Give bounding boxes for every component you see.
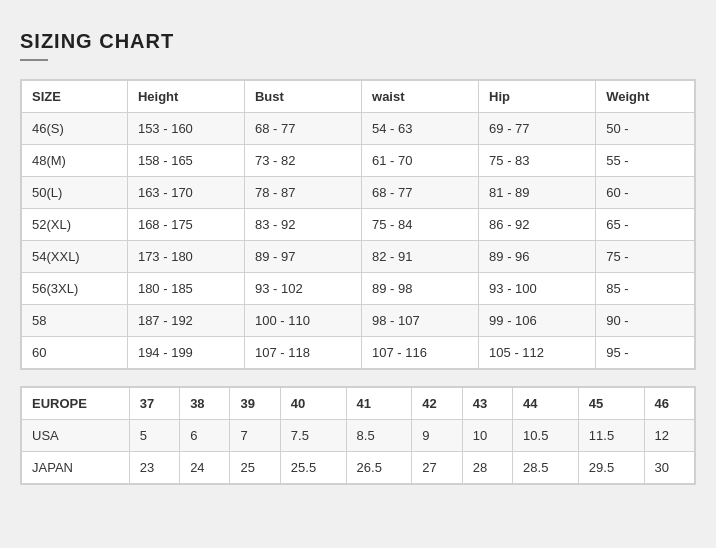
regional-table-header: 41 <box>346 388 412 420</box>
table-cell: 68 - 77 <box>244 113 361 145</box>
table-cell: 24 <box>180 452 230 484</box>
regional-table-header: 46 <box>644 388 694 420</box>
table-cell: 85 - <box>596 273 695 305</box>
table-cell: 55 - <box>596 145 695 177</box>
table-cell: 58 <box>22 305 128 337</box>
table-cell: 7.5 <box>280 420 346 452</box>
table-cell: 69 - 77 <box>479 113 596 145</box>
table-cell: 82 - 91 <box>362 241 479 273</box>
table-cell: 46(S) <box>22 113 128 145</box>
regional-table-header: 39 <box>230 388 280 420</box>
table-cell: 105 - 112 <box>479 337 596 369</box>
regional-table-header: 37 <box>129 388 179 420</box>
table-cell: 29.5 <box>578 452 644 484</box>
table-cell: 60 - <box>596 177 695 209</box>
table-cell: 48(M) <box>22 145 128 177</box>
table-cell: 6 <box>180 420 230 452</box>
table-row: 58187 - 192100 - 11098 - 10799 - 10690 - <box>22 305 695 337</box>
table-cell: 187 - 192 <box>127 305 244 337</box>
table-cell: 158 - 165 <box>127 145 244 177</box>
table-cell: 28 <box>462 452 512 484</box>
table-cell: 153 - 160 <box>127 113 244 145</box>
table-cell: 25.5 <box>280 452 346 484</box>
table-cell: 54(XXL) <box>22 241 128 273</box>
table-cell: 194 - 199 <box>127 337 244 369</box>
main-table-header: SIZE <box>22 81 128 113</box>
table-cell: 68 - 77 <box>362 177 479 209</box>
table-cell: 107 - 118 <box>244 337 361 369</box>
table-row: 56(3XL)180 - 18593 - 10289 - 9893 - 1008… <box>22 273 695 305</box>
table-cell: 81 - 89 <box>479 177 596 209</box>
table-cell: 30 <box>644 452 694 484</box>
table-cell: 10 <box>462 420 512 452</box>
table-cell: 180 - 185 <box>127 273 244 305</box>
table-cell: 99 - 106 <box>479 305 596 337</box>
table-cell: 93 - 102 <box>244 273 361 305</box>
table-cell: 86 - 92 <box>479 209 596 241</box>
regional-table-header: 38 <box>180 388 230 420</box>
table-cell: 107 - 116 <box>362 337 479 369</box>
main-table-header: Hip <box>479 81 596 113</box>
table-cell: 23 <box>129 452 179 484</box>
table-cell: 65 - <box>596 209 695 241</box>
table-cell: 168 - 175 <box>127 209 244 241</box>
table-row: 50(L)163 - 17078 - 8768 - 7781 - 8960 - <box>22 177 695 209</box>
regional-table-header: 43 <box>462 388 512 420</box>
table-row: 48(M)158 - 16573 - 8261 - 7075 - 8355 - <box>22 145 695 177</box>
table-cell: 83 - 92 <box>244 209 361 241</box>
main-table-header: waist <box>362 81 479 113</box>
table-cell: 56(3XL) <box>22 273 128 305</box>
table-cell: 50 - <box>596 113 695 145</box>
main-sizing-table: SIZEHeightBustwaistHipWeight 46(S)153 - … <box>21 80 695 369</box>
table-cell: 61 - 70 <box>362 145 479 177</box>
regional-table-header: 44 <box>513 388 579 420</box>
regional-sizing-table-wrapper: EUROPE37383940414243444546 USA5677.58.59… <box>20 386 696 485</box>
table-cell: 28.5 <box>513 452 579 484</box>
table-cell: 11.5 <box>578 420 644 452</box>
table-cell: 54 - 63 <box>362 113 479 145</box>
table-cell: 100 - 110 <box>244 305 361 337</box>
main-table-header: Bust <box>244 81 361 113</box>
table-cell: 89 - 98 <box>362 273 479 305</box>
main-table-header: Weight <box>596 81 695 113</box>
regional-table-header: EUROPE <box>22 388 130 420</box>
table-cell: 10.5 <box>513 420 579 452</box>
table-cell: 75 - <box>596 241 695 273</box>
table-cell: 78 - 87 <box>244 177 361 209</box>
main-sizing-table-wrapper: SIZEHeightBustwaistHipWeight 46(S)153 - … <box>20 79 696 370</box>
table-cell: 25 <box>230 452 280 484</box>
table-cell: USA <box>22 420 130 452</box>
table-cell: 173 - 180 <box>127 241 244 273</box>
regional-table-header: 45 <box>578 388 644 420</box>
main-table-header: Height <box>127 81 244 113</box>
table-cell: 75 - 83 <box>479 145 596 177</box>
table-cell: 26.5 <box>346 452 412 484</box>
table-cell: 50(L) <box>22 177 128 209</box>
table-cell: 60 <box>22 337 128 369</box>
table-cell: 75 - 84 <box>362 209 479 241</box>
table-cell: 90 - <box>596 305 695 337</box>
table-cell: 52(XL) <box>22 209 128 241</box>
regional-table-header: 40 <box>280 388 346 420</box>
table-cell: 89 - 96 <box>479 241 596 273</box>
table-cell: 95 - <box>596 337 695 369</box>
table-cell: JAPAN <box>22 452 130 484</box>
page-title: SIZING CHART <box>20 30 696 53</box>
table-row: 60194 - 199107 - 118107 - 116105 - 11295… <box>22 337 695 369</box>
table-row: 54(XXL)173 - 18089 - 9782 - 9189 - 9675 … <box>22 241 695 273</box>
table-cell: 73 - 82 <box>244 145 361 177</box>
title-underline <box>20 59 48 61</box>
table-row: 52(XL)168 - 17583 - 9275 - 8486 - 9265 - <box>22 209 695 241</box>
table-cell: 5 <box>129 420 179 452</box>
table-cell: 27 <box>412 452 462 484</box>
table-cell: 89 - 97 <box>244 241 361 273</box>
table-cell: 12 <box>644 420 694 452</box>
table-cell: 8.5 <box>346 420 412 452</box>
table-cell: 98 - 107 <box>362 305 479 337</box>
table-cell: 163 - 170 <box>127 177 244 209</box>
table-row: JAPAN23242525.526.5272828.529.530 <box>22 452 695 484</box>
table-row: 46(S)153 - 16068 - 7754 - 6369 - 7750 - <box>22 113 695 145</box>
regional-table-header: 42 <box>412 388 462 420</box>
table-cell: 93 - 100 <box>479 273 596 305</box>
table-cell: 9 <box>412 420 462 452</box>
